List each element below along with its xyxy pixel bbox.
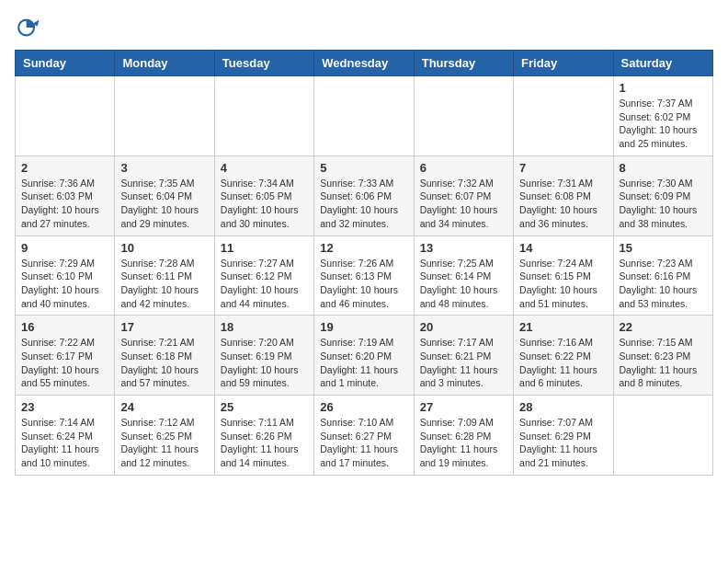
calendar-cell: 8Sunrise: 7:30 AM Sunset: 6:09 PM Daylig… — [613, 155, 712, 236]
day-number: 2 — [21, 161, 108, 175]
calendar-cell — [214, 76, 313, 156]
day-number: 26 — [320, 400, 407, 414]
day-number: 16 — [21, 320, 108, 334]
calendar-cell: 4Sunrise: 7:34 AM Sunset: 6:05 PM Daylig… — [214, 155, 313, 236]
day-number: 3 — [120, 161, 208, 175]
day-number: 9 — [21, 241, 108, 255]
calendar-cell — [115, 76, 214, 156]
day-info: Sunrise: 7:20 AM Sunset: 6:19 PM Dayligh… — [221, 336, 308, 390]
day-info: Sunrise: 7:11 AM Sunset: 6:26 PM Dayligh… — [221, 416, 308, 470]
calendar-week-row: 16Sunrise: 7:22 AM Sunset: 6:17 PM Dayli… — [16, 316, 713, 396]
calendar-cell: 19Sunrise: 7:19 AM Sunset: 6:20 PM Dayli… — [314, 316, 414, 396]
calendar-cell: 2Sunrise: 7:36 AM Sunset: 6:03 PM Daylig… — [16, 155, 115, 236]
calendar-cell: 14Sunrise: 7:24 AM Sunset: 6:15 PM Dayli… — [514, 236, 613, 316]
weekday-header: Saturday — [613, 51, 712, 76]
weekday-header: Thursday — [414, 51, 513, 76]
calendar-cell: 5Sunrise: 7:33 AM Sunset: 6:06 PM Daylig… — [314, 155, 414, 236]
day-number: 1 — [620, 81, 707, 95]
weekday-header: Friday — [514, 51, 613, 76]
calendar-cell: 24Sunrise: 7:12 AM Sunset: 6:25 PM Dayli… — [115, 396, 214, 476]
calendar-cell: 25Sunrise: 7:11 AM Sunset: 6:26 PM Dayli… — [214, 396, 313, 476]
calendar-cell: 11Sunrise: 7:27 AM Sunset: 6:12 PM Dayli… — [214, 236, 313, 316]
calendar-cell — [16, 76, 115, 156]
calendar-cell: 18Sunrise: 7:20 AM Sunset: 6:19 PM Dayli… — [214, 316, 313, 396]
calendar-cell: 10Sunrise: 7:28 AM Sunset: 6:11 PM Dayli… — [115, 236, 214, 316]
calendar-cell: 7Sunrise: 7:31 AM Sunset: 6:08 PM Daylig… — [514, 155, 613, 236]
day-info: Sunrise: 7:09 AM Sunset: 6:28 PM Dayligh… — [420, 416, 507, 470]
day-number: 10 — [120, 241, 208, 255]
day-info: Sunrise: 7:21 AM Sunset: 6:18 PM Dayligh… — [120, 336, 208, 390]
calendar-cell: 9Sunrise: 7:29 AM Sunset: 6:10 PM Daylig… — [16, 236, 115, 316]
day-info: Sunrise: 7:30 AM Sunset: 6:09 PM Dayligh… — [620, 177, 707, 231]
calendar-table: SundayMondayTuesdayWednesdayThursdayFrid… — [15, 50, 713, 476]
calendar-week-row: 2Sunrise: 7:36 AM Sunset: 6:03 PM Daylig… — [16, 155, 713, 236]
day-info: Sunrise: 7:31 AM Sunset: 6:08 PM Dayligh… — [519, 177, 607, 231]
calendar-cell: 6Sunrise: 7:32 AM Sunset: 6:07 PM Daylig… — [414, 155, 513, 236]
day-number: 24 — [120, 400, 208, 414]
calendar-week-row: 23Sunrise: 7:14 AM Sunset: 6:24 PM Dayli… — [16, 396, 713, 476]
day-number: 7 — [519, 161, 607, 175]
day-number: 19 — [320, 320, 407, 334]
day-number: 15 — [620, 241, 707, 255]
logo — [15, 15, 44, 40]
day-info: Sunrise: 7:12 AM Sunset: 6:25 PM Dayligh… — [120, 416, 208, 470]
day-info: Sunrise: 7:29 AM Sunset: 6:10 PM Dayligh… — [21, 257, 108, 311]
weekday-header: Monday — [115, 51, 214, 76]
calendar-cell — [613, 396, 712, 476]
weekday-header: Tuesday — [214, 51, 313, 76]
day-info: Sunrise: 7:28 AM Sunset: 6:11 PM Dayligh… — [120, 257, 208, 311]
day-info: Sunrise: 7:24 AM Sunset: 6:15 PM Dayligh… — [519, 257, 607, 311]
calendar-cell: 26Sunrise: 7:10 AM Sunset: 6:27 PM Dayli… — [314, 396, 414, 476]
day-number: 17 — [120, 320, 208, 334]
calendar-body: 1Sunrise: 7:37 AM Sunset: 6:02 PM Daylig… — [16, 76, 713, 476]
calendar-cell — [514, 76, 613, 156]
calendar-cell: 16Sunrise: 7:22 AM Sunset: 6:17 PM Dayli… — [16, 316, 115, 396]
day-info: Sunrise: 7:23 AM Sunset: 6:16 PM Dayligh… — [620, 257, 707, 311]
day-info: Sunrise: 7:19 AM Sunset: 6:20 PM Dayligh… — [320, 336, 407, 390]
calendar-cell: 21Sunrise: 7:16 AM Sunset: 6:22 PM Dayli… — [514, 316, 613, 396]
day-info: Sunrise: 7:37 AM Sunset: 6:02 PM Dayligh… — [620, 97, 707, 151]
day-info: Sunrise: 7:32 AM Sunset: 6:07 PM Dayligh… — [420, 177, 507, 231]
calendar-cell: 20Sunrise: 7:17 AM Sunset: 6:21 PM Dayli… — [414, 316, 513, 396]
weekday-header: Sunday — [16, 51, 115, 76]
day-number: 21 — [519, 320, 607, 334]
calendar-header: SundayMondayTuesdayWednesdayThursdayFrid… — [16, 51, 713, 76]
day-info: Sunrise: 7:16 AM Sunset: 6:22 PM Dayligh… — [519, 336, 607, 390]
calendar-cell: 27Sunrise: 7:09 AM Sunset: 6:28 PM Dayli… — [414, 396, 513, 476]
day-number: 18 — [221, 320, 308, 334]
day-number: 5 — [320, 161, 407, 175]
day-info: Sunrise: 7:27 AM Sunset: 6:12 PM Dayligh… — [221, 257, 308, 311]
calendar-header-row: SundayMondayTuesdayWednesdayThursdayFrid… — [16, 51, 713, 76]
calendar-cell — [414, 76, 513, 156]
calendar-cell: 22Sunrise: 7:15 AM Sunset: 6:23 PM Dayli… — [613, 316, 712, 396]
page-header — [15, 15, 713, 40]
day-number: 8 — [620, 161, 707, 175]
day-info: Sunrise: 7:22 AM Sunset: 6:17 PM Dayligh… — [21, 336, 108, 390]
day-info: Sunrise: 7:34 AM Sunset: 6:05 PM Dayligh… — [221, 177, 308, 231]
day-number: 11 — [221, 241, 308, 255]
day-number: 20 — [420, 320, 507, 334]
calendar-cell: 12Sunrise: 7:26 AM Sunset: 6:13 PM Dayli… — [314, 236, 414, 316]
calendar-cell: 23Sunrise: 7:14 AM Sunset: 6:24 PM Dayli… — [16, 396, 115, 476]
day-number: 13 — [420, 241, 507, 255]
day-info: Sunrise: 7:36 AM Sunset: 6:03 PM Dayligh… — [21, 177, 108, 231]
day-number: 23 — [21, 400, 108, 414]
day-number: 6 — [420, 161, 507, 175]
logo-icon — [15, 15, 40, 40]
day-info: Sunrise: 7:17 AM Sunset: 6:21 PM Dayligh… — [420, 336, 507, 390]
calendar-week-row: 9Sunrise: 7:29 AM Sunset: 6:10 PM Daylig… — [16, 236, 713, 316]
calendar-cell — [314, 76, 414, 156]
day-info: Sunrise: 7:14 AM Sunset: 6:24 PM Dayligh… — [21, 416, 108, 470]
day-number: 27 — [420, 400, 507, 414]
day-number: 4 — [221, 161, 308, 175]
day-info: Sunrise: 7:35 AM Sunset: 6:04 PM Dayligh… — [120, 177, 208, 231]
calendar-week-row: 1Sunrise: 7:37 AM Sunset: 6:02 PM Daylig… — [16, 76, 713, 156]
day-info: Sunrise: 7:10 AM Sunset: 6:27 PM Dayligh… — [320, 416, 407, 470]
calendar-cell: 13Sunrise: 7:25 AM Sunset: 6:14 PM Dayli… — [414, 236, 513, 316]
calendar-cell: 1Sunrise: 7:37 AM Sunset: 6:02 PM Daylig… — [613, 76, 712, 156]
day-number: 14 — [519, 241, 607, 255]
day-number: 12 — [320, 241, 407, 255]
day-info: Sunrise: 7:15 AM Sunset: 6:23 PM Dayligh… — [620, 336, 707, 390]
calendar-cell: 17Sunrise: 7:21 AM Sunset: 6:18 PM Dayli… — [115, 316, 214, 396]
calendar-cell: 15Sunrise: 7:23 AM Sunset: 6:16 PM Dayli… — [613, 236, 712, 316]
